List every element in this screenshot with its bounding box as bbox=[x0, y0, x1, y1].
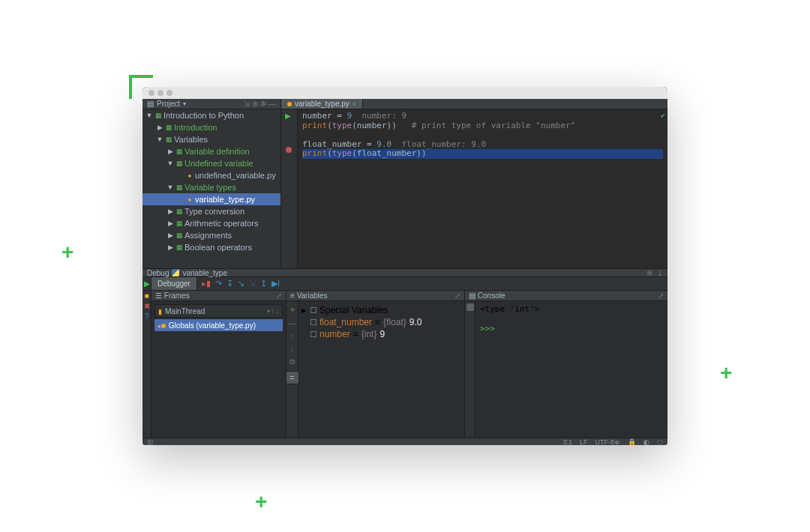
traffic-light-max-icon[interactable] bbox=[166, 90, 172, 96]
tree-label: variable_type.py bbox=[195, 195, 255, 204]
chevron-down-icon[interactable]: ▾ bbox=[183, 100, 186, 107]
file-encoding[interactable]: UTF-8≑ bbox=[596, 438, 621, 446]
restore-layout-icon[interactable]: ⤢ bbox=[276, 291, 282, 300]
traffic-light-close-icon[interactable] bbox=[148, 90, 154, 96]
traffic-light-min-icon[interactable] bbox=[158, 90, 164, 96]
tree-label: Variable types bbox=[184, 183, 236, 192]
soft-wrap-icon[interactable] bbox=[466, 303, 474, 311]
variable-type: {float} bbox=[383, 317, 406, 327]
tree-folder[interactable]: ▶Introduction bbox=[142, 121, 280, 133]
tree-file[interactable]: undefined_variable.py bbox=[142, 169, 280, 181]
pause-icon[interactable]: ■ bbox=[144, 292, 148, 300]
step-out-icon[interactable]: ↥ bbox=[260, 279, 267, 288]
inspections-icon[interactable]: ◐ bbox=[644, 438, 650, 446]
thread-name: MainThread bbox=[165, 307, 205, 315]
chevron-down-icon[interactable]: ▾ ↑ ↓ bbox=[267, 308, 279, 315]
gear-icon[interactable]: ✼ bbox=[646, 269, 652, 277]
console-icon: ▤ bbox=[469, 291, 478, 300]
chevron-icon[interactable]: ▶ bbox=[166, 208, 174, 215]
chevron-icon[interactable]: ▼ bbox=[166, 184, 174, 191]
decor-plus-icon: + bbox=[62, 242, 74, 263]
chevron-icon[interactable]: ▼ bbox=[156, 136, 164, 143]
up-icon[interactable]: ↑ bbox=[290, 332, 294, 340]
resume-icon[interactable]: ▶ bbox=[144, 279, 150, 288]
variable-row[interactable]: float_number = {float} 9.0 bbox=[300, 316, 461, 328]
variables-title: Variables bbox=[297, 291, 328, 300]
run-to-cursor-icon[interactable]: ▶I bbox=[272, 279, 280, 288]
memory-indicator-icon[interactable]: ◌ bbox=[657, 438, 663, 446]
help-icon[interactable]: ? bbox=[145, 313, 149, 321]
chevron-icon[interactable]: ▶ bbox=[166, 220, 174, 227]
tree-folder[interactable]: ▶Type conversion bbox=[142, 205, 280, 217]
chevron-icon[interactable]: ▼ bbox=[166, 160, 174, 167]
variables-tree[interactable]: ▶Special Variablesfloat_number = {float}… bbox=[298, 301, 464, 438]
tree-folder[interactable]: ▼Undefined variable bbox=[142, 157, 280, 169]
statusbar-left-icon[interactable]: ▥ bbox=[147, 438, 154, 446]
add-watch-icon[interactable]: ＋ bbox=[289, 304, 296, 315]
tree-file[interactable]: variable_type.py bbox=[142, 193, 280, 205]
tree-folder[interactable]: ▼Variables bbox=[142, 133, 280, 145]
debugger-tab[interactable]: Debugger bbox=[152, 277, 197, 290]
chevron-icon[interactable]: ▶ bbox=[156, 124, 164, 131]
tree-folder[interactable]: ▼Introduction to Python bbox=[142, 109, 280, 121]
download-icon[interactable]: ⤓ bbox=[657, 269, 663, 277]
show-execution-point-icon[interactable]: ▸▮ bbox=[202, 279, 211, 288]
breakpoint-icon[interactable] bbox=[286, 147, 292, 153]
restore-layout-icon[interactable]: ⤢ bbox=[658, 291, 664, 300]
tree-label: Variable definition bbox=[184, 147, 250, 156]
tree-folder[interactable]: ▶Variable definition bbox=[142, 145, 280, 157]
ide-window: ▤ Project ▾ ⇲ ⊕ ✼ — ▼Introduction to Pyt… bbox=[142, 87, 668, 445]
folder-icon bbox=[174, 208, 184, 215]
chevron-icon[interactable]: ▶ bbox=[166, 232, 174, 239]
variable-value: 9 bbox=[380, 329, 385, 339]
restore-layout-icon[interactable]: ⤢ bbox=[454, 291, 460, 300]
chevron-icon[interactable]: ▼ bbox=[146, 112, 153, 119]
tree-folder[interactable]: ▶Boolean operators bbox=[142, 241, 280, 253]
gear-icon[interactable]: ✼ bbox=[260, 100, 266, 108]
stop-icon[interactable]: ✖ bbox=[144, 303, 150, 310]
decor-plus-icon: + bbox=[255, 492, 267, 513]
code-text[interactable]: ✔ number = 9 number: 9 print(type(number… bbox=[298, 109, 668, 268]
project-tree[interactable]: ▼Introduction to Python▶Introduction▼Var… bbox=[142, 109, 280, 268]
tree-label: undefined_variable.py bbox=[195, 171, 276, 180]
debug-label: Debug bbox=[147, 269, 169, 277]
down-icon[interactable]: ↓ bbox=[290, 345, 294, 353]
locate-icon[interactable]: ⊕ bbox=[252, 100, 258, 108]
frame-row[interactable]: Globals (variable_type.py) bbox=[154, 319, 283, 331]
tree-folder[interactable]: ▶Arithmetic operators bbox=[142, 217, 280, 229]
tree-label: Introduction to Python bbox=[164, 111, 244, 120]
tree-folder[interactable]: ▶Assignments bbox=[142, 229, 280, 241]
line-separator[interactable]: LF bbox=[580, 438, 588, 446]
variable-name: float_number bbox=[320, 317, 372, 327]
python-icon bbox=[172, 269, 179, 276]
chevron-icon[interactable]: ▶ bbox=[166, 244, 174, 251]
tab-variable-type[interactable]: variable_type.py × bbox=[281, 99, 363, 109]
copy-icon[interactable]: ⧉ bbox=[290, 357, 295, 366]
step-into-icon[interactable]: ↧ bbox=[226, 279, 233, 288]
force-step-into-icon[interactable]: ⇲ bbox=[249, 279, 256, 288]
console-output[interactable]: <type 'int'> >>> bbox=[476, 301, 544, 438]
variable-row[interactable]: ▶Special Variables bbox=[300, 304, 461, 316]
code-editor[interactable]: ▶ ✔ number = 9 number: 9 print(type(numb… bbox=[281, 109, 668, 268]
close-icon[interactable]: × bbox=[352, 100, 356, 108]
thread-selector[interactable]: MainThread ▾ ↑ ↓ bbox=[154, 304, 283, 318]
run-gutter-icon[interactable]: ▶ bbox=[285, 112, 291, 120]
remove-watch-icon[interactable]: — bbox=[289, 319, 296, 327]
readonly-lock-icon[interactable]: 🔒 bbox=[628, 438, 636, 446]
step-over-icon[interactable]: ↷ bbox=[215, 279, 222, 288]
chevron-icon[interactable]: ▶ bbox=[166, 148, 174, 155]
thread-icon bbox=[158, 307, 162, 315]
variable-name: number bbox=[320, 329, 350, 339]
debug-target: variable_type bbox=[182, 269, 226, 277]
project-panel: ▤ Project ▾ ⇲ ⊕ ✼ — ▼Introduction to Pyt… bbox=[142, 99, 281, 268]
tree-folder[interactable]: ▼Variable types bbox=[142, 181, 280, 193]
collapse-icon[interactable]: ⇲ bbox=[244, 100, 250, 108]
python-file-icon bbox=[184, 196, 195, 203]
hide-icon[interactable]: — bbox=[268, 100, 276, 108]
evaluate-expression-icon[interactable]: = bbox=[286, 371, 299, 384]
variable-row[interactable]: number = {int} 9 bbox=[300, 328, 461, 340]
chevron-icon[interactable]: ▶ bbox=[300, 307, 308, 314]
step-into-my-code-icon[interactable]: ↘ bbox=[238, 279, 244, 288]
folder-icon bbox=[174, 148, 184, 155]
equals: = bbox=[353, 329, 358, 339]
